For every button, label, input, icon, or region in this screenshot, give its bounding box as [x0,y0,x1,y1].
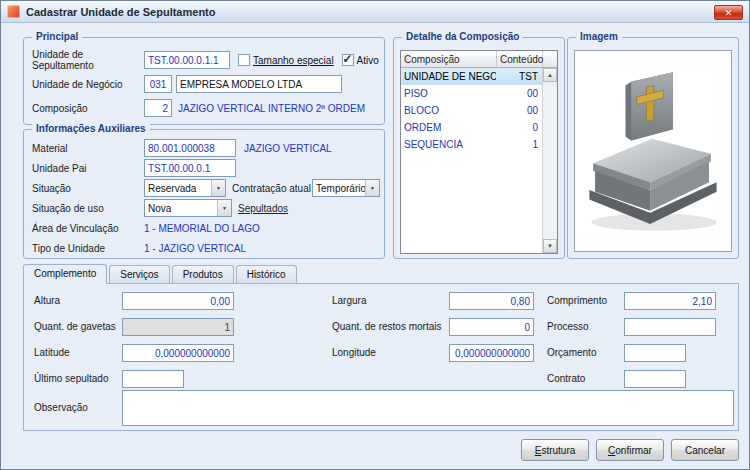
table-row[interactable]: UNIDADE DE NEGOCIOTST [401,68,542,85]
dialog-window: Cadastrar Unidade de Sepultamento ✕ Prin… [0,0,750,470]
processo-input[interactable] [624,318,716,336]
row-unidade-sepultamento: Unidade de Sepultamento Tamanho especial… [24,48,384,72]
area-vinculacao-value: 1 - MEMORIAL DO LAGO [144,223,260,234]
unidade-sepultamento-input[interactable] [144,51,230,69]
ativo-label: Ativo [357,55,379,66]
cancelar-button[interactable]: Cancelar [671,439,739,461]
table-body-wrap: UNIDADE DE NEGOCIOTSTPISO00BLOCO00ORDEM0… [401,68,557,253]
row-unidade-negocio: Unidade de Negócio [24,72,384,96]
group-detalhe-composicao: Detalhe da Composição Composição Conteúd… [393,37,565,259]
row-composicao: SEQUENCIA [401,139,496,150]
table-row[interactable]: SEQUENCIA1 [401,136,542,153]
comprimento-label: Comprimento [547,295,607,306]
unidade-pai-input[interactable] [144,159,236,177]
processo-label: Processo [547,321,589,332]
orcamento-input[interactable] [624,344,686,362]
material-descricao: JAZIGO VERTICAL [244,143,332,154]
chevron-down-icon: ▼ [211,180,225,196]
scrollbar-track[interactable] [543,82,557,239]
tab-complemento[interactable]: Complemento [23,264,107,284]
group-imagem-title: Imagem [576,31,622,42]
close-icon: ✕ [725,8,733,18]
quant-gavetas-input [122,318,234,336]
tab-strip: Complemento Serviços Produtos Histórico [23,264,299,284]
scroll-down-icon[interactable]: ▼ [543,239,557,253]
contratacao-atual-value: Temporário [313,180,365,196]
row-conteudo: 00 [496,105,542,116]
group-principal-title: Principal [32,31,82,42]
group-detalhe-title: Detalhe da Composição [402,31,523,42]
latitude-input[interactable] [122,344,234,362]
column-header-conteudo[interactable]: Conteúdo [497,51,543,67]
composicao-descricao: JAZIGO VERTICAL INTERNO 2ª ORDEM [178,103,365,114]
tamanho-especial-checkbox[interactable]: Tamanho especial [238,54,334,66]
scroll-up-icon[interactable]: ▲ [543,68,557,82]
group-informacoes-auxiliares: Informações Auxiliares Material JAZIGO V… [23,129,385,259]
table-row[interactable]: BLOCO00 [401,102,542,119]
quant-restos-mortais-label: Quant. de restos mortais [332,321,442,332]
app-icon [7,5,20,18]
row-tipo-unidade: Tipo de Unidade 1 - JAZIGO VERTICAL [24,238,384,258]
situacao-select[interactable]: Reservada ▼ [144,179,226,197]
table-header: Composição Conteúdo [401,51,557,68]
tab-produtos[interactable]: Produtos [172,265,234,284]
checkbox-checked-icon [342,54,354,66]
column-header-spacer [543,51,557,67]
contrato-input[interactable] [624,370,686,388]
group-aux-title: Informações Auxiliares [32,123,150,134]
largura-input[interactable] [449,292,534,310]
tamanho-especial-label: Tamanho especial [253,55,334,66]
row-unidade-pai: Unidade Pai [24,158,384,178]
footer-buttons: Estrutura Confirmar Cancelar [521,439,739,461]
situacao-label: Situação [32,183,144,194]
longitude-label: Longitude [332,347,376,358]
table-row[interactable]: PISO00 [401,85,542,102]
estrutura-button[interactable]: Estrutura [521,439,589,461]
composition-table-body: UNIDADE DE NEGOCIOTSTPISO00BLOCO00ORDEM0… [401,68,542,253]
column-header-composicao[interactable]: Composição [401,51,497,67]
comprimento-input[interactable] [624,292,716,310]
unidade-negocio-code-input[interactable] [144,75,172,93]
row-material: Material JAZIGO VERTICAL [24,138,384,158]
unidade-negocio-name-input[interactable] [176,75,342,93]
row-situacao: Situação Reservada ▼ Contratação atual T… [24,178,384,198]
row-composicao: BLOCO [401,105,496,116]
altura-label: Altura [34,295,60,306]
tab-servicos[interactable]: Serviços [109,265,169,284]
confirmar-button[interactable]: Confirmar [596,439,664,461]
tab-historico[interactable]: Histórico [236,265,297,284]
checkbox-icon [238,54,250,66]
window-title: Cadastrar Unidade de Sepultamento [26,6,216,18]
table-row[interactable]: ORDEM0 [401,119,542,136]
contratacao-atual-select[interactable]: Temporário ▼ [312,179,380,197]
row-conteudo: 0 [496,122,542,133]
material-label: Material [32,143,144,154]
row-conteudo: TST [496,71,542,82]
table-scrollbar[interactable]: ▲ ▼ [542,68,557,253]
row-composicao: PISO [401,88,496,99]
ultimo-sepultado-label: Último sepultado [34,373,108,384]
altura-input[interactable] [122,292,234,310]
tipo-unidade-value: 1 - JAZIGO VERTICAL [144,243,246,254]
longitude-input[interactable] [449,344,534,362]
close-button[interactable]: ✕ [714,5,743,20]
orcamento-label: Orçamento [547,347,596,358]
contrato-label: Contrato [547,373,585,384]
ultimo-sepultado-input[interactable] [122,370,184,388]
quant-restos-mortais-input[interactable] [449,318,534,336]
row-situacao-uso: Situação de uso Nova ▼ Sepultados [24,198,384,218]
material-input[interactable] [144,139,236,157]
group-principal: Principal Unidade de Sepultamento Tamanh… [23,37,385,125]
situacao-value: Reservada [145,180,211,196]
row-conteudo: 1 [496,139,542,150]
observacao-textarea[interactable] [122,390,734,426]
sepultados-link[interactable]: Sepultados [238,203,288,214]
situacao-uso-value: Nova [145,200,217,216]
situacao-uso-select[interactable]: Nova ▼ [144,199,232,217]
titlebar: Cadastrar Unidade de Sepultamento ✕ [1,1,749,23]
composicao-label: Composição [32,103,144,114]
ativo-checkbox[interactable]: Ativo [342,54,379,66]
chevron-down-icon: ▼ [217,200,231,216]
quant-gavetas-label: Quant. de gavetas [34,321,116,332]
composicao-code-input[interactable] [144,99,172,117]
